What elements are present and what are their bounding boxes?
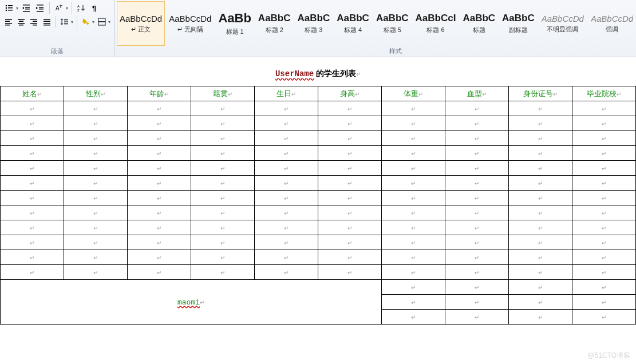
table-cell[interactable]: ↵	[64, 116, 128, 131]
align-justify-icon[interactable]	[42, 16, 52, 27]
table-cell[interactable]: ↵	[382, 280, 445, 295]
table-cell[interactable]: ↵	[572, 146, 636, 161]
table-cell[interactable]: ↵	[509, 265, 572, 280]
table-cell[interactable]: ↵	[191, 191, 255, 205]
table-cell[interactable]: ↵	[191, 146, 255, 161]
table-cell[interactable]: ↵	[64, 101, 128, 116]
table-cell[interactable]: ↵	[509, 161, 572, 176]
table-cell[interactable]: ↵	[382, 116, 445, 131]
style-option-1[interactable]: AaBbCcDd↵ 无间隔	[166, 1, 214, 46]
table-cell[interactable]: ↵	[572, 265, 636, 280]
table-cell[interactable]: ↵	[64, 235, 128, 250]
table-cell[interactable]: ↵	[572, 116, 636, 131]
table-cell[interactable]: ↵	[572, 205, 636, 220]
student-table[interactable]: 姓名↵性别↵年龄↵籍贯↵生日↵身高↵体重↵血型↵身份证号↵毕业院校↵ ↵↵↵↵↵…	[0, 86, 636, 325]
table-cell[interactable]: ↵	[255, 131, 318, 146]
table-cell[interactable]: ↵	[128, 220, 191, 235]
asian-layout-icon[interactable]: A	[53, 2, 65, 14]
table-cell[interactable]: ↵	[191, 161, 255, 176]
table-cell[interactable]: ↵	[191, 176, 255, 191]
table-cell[interactable]: ↵	[382, 235, 445, 250]
table-cell[interactable]: ↵	[509, 191, 572, 205]
table-cell[interactable]: ↵	[255, 250, 318, 265]
table-cell[interactable]: ↵	[128, 265, 191, 280]
table-cell[interactable]: ↵	[318, 101, 382, 116]
table-cell[interactable]: ↵	[509, 101, 572, 116]
line-spacing-icon[interactable]	[60, 16, 70, 27]
table-cell[interactable]: ↵	[318, 146, 382, 161]
table-cell[interactable]: ↵	[318, 131, 382, 146]
table-cell[interactable]: ↵	[191, 220, 255, 235]
table-cell[interactable]: ↵	[128, 131, 191, 146]
table-cell[interactable]: ↵	[191, 131, 255, 146]
table-cell[interactable]: ↵	[1, 250, 64, 265]
table-cell[interactable]: ↵	[64, 176, 128, 191]
table-cell[interactable]: ↵	[318, 235, 382, 250]
table-cell[interactable]: ↵	[1, 220, 64, 235]
table-cell[interactable]: ↵	[572, 131, 636, 146]
table-cell[interactable]: ↵	[509, 176, 572, 191]
table-cell[interactable]: ↵	[64, 191, 128, 205]
table-cell[interactable]: ↵	[255, 146, 318, 161]
table-cell[interactable]: ↵	[128, 250, 191, 265]
table-cell[interactable]: ↵	[382, 146, 445, 161]
table-cell[interactable]: ↵	[509, 146, 572, 161]
align-left-icon[interactable]	[3, 16, 14, 27]
table-cell[interactable]: ↵	[509, 280, 572, 295]
table-cell[interactable]: ↵	[128, 146, 191, 161]
table-cell[interactable]: ↵	[128, 101, 191, 116]
table-cell[interactable]: ↵	[318, 176, 382, 191]
table-cell[interactable]: ↵	[1, 146, 64, 161]
table-cell[interactable]: ↵	[572, 176, 636, 191]
table-cell[interactable]: ↵	[64, 131, 128, 146]
table-cell[interactable]: ↵	[318, 191, 382, 205]
table-cell[interactable]: ↵	[509, 295, 572, 310]
style-option-6[interactable]: AaBbC标题 5	[373, 1, 412, 46]
style-option-2[interactable]: AaBb标题 1	[215, 1, 254, 46]
table-cell[interactable]: ↵	[255, 101, 318, 116]
table-cell[interactable]: ↵	[382, 310, 445, 325]
table-cell[interactable]: ↵	[64, 250, 128, 265]
table-cell[interactable]: ↵	[445, 176, 509, 191]
table-cell[interactable]: ↵	[318, 250, 382, 265]
bullet-list-icon[interactable]	[3, 2, 15, 14]
table-cell[interactable]: ↵	[509, 310, 572, 325]
style-option-11[interactable]: AaBbCcDd强调	[588, 1, 636, 46]
table-cell[interactable]: ↵	[509, 220, 572, 235]
style-option-10[interactable]: AaBbCcDd不明显强调	[539, 1, 587, 46]
table-cell[interactable]: ↵	[1, 176, 64, 191]
table-cell[interactable]: ↵	[509, 205, 572, 220]
table-cell[interactable]: ↵	[572, 310, 636, 325]
table-cell[interactable]: ↵	[128, 191, 191, 205]
table-cell[interactable]: ↵	[128, 176, 191, 191]
table-cell[interactable]: ↵	[255, 235, 318, 250]
table-cell[interactable]: ↵	[572, 220, 636, 235]
table-cell[interactable]: ↵	[382, 295, 445, 310]
table-cell[interactable]: ↵	[382, 176, 445, 191]
table-cell[interactable]: ↵	[572, 191, 636, 205]
align-center-icon[interactable]	[16, 16, 26, 27]
table-cell[interactable]: ↵	[255, 176, 318, 191]
table-cell[interactable]: ↵	[1, 205, 64, 220]
table-cell[interactable]: ↵	[318, 265, 382, 280]
table-cell[interactable]: ↵	[191, 101, 255, 116]
table-cell[interactable]: ↵	[191, 250, 255, 265]
style-option-3[interactable]: AaBbC标题 2	[255, 1, 294, 46]
borders-icon[interactable]	[97, 16, 107, 27]
style-option-9[interactable]: AaBbC副标题	[499, 1, 538, 46]
table-cell[interactable]: ↵	[318, 205, 382, 220]
show-marks-icon[interactable]: ¶	[89, 2, 101, 14]
table-cell[interactable]: ↵	[191, 116, 255, 131]
table-cell[interactable]: ↵	[445, 235, 509, 250]
table-cell[interactable]: ↵	[445, 205, 509, 220]
table-cell[interactable]: ↵	[1, 131, 64, 146]
table-cell[interactable]: ↵	[64, 220, 128, 235]
table-cell[interactable]: ↵	[128, 235, 191, 250]
table-cell[interactable]: ↵	[445, 265, 509, 280]
indent-decrease-icon[interactable]	[21, 2, 32, 14]
table-cell[interactable]: ↵	[445, 280, 509, 295]
indent-increase-icon[interactable]	[34, 2, 46, 14]
table-cell[interactable]: ↵	[382, 161, 445, 176]
document-area[interactable]: UserName 的学生列表↵ 姓名↵性别↵年龄↵籍贯↵生日↵身高↵体重↵血型↵…	[0, 57, 636, 325]
table-cell[interactable]: ↵	[509, 250, 572, 265]
